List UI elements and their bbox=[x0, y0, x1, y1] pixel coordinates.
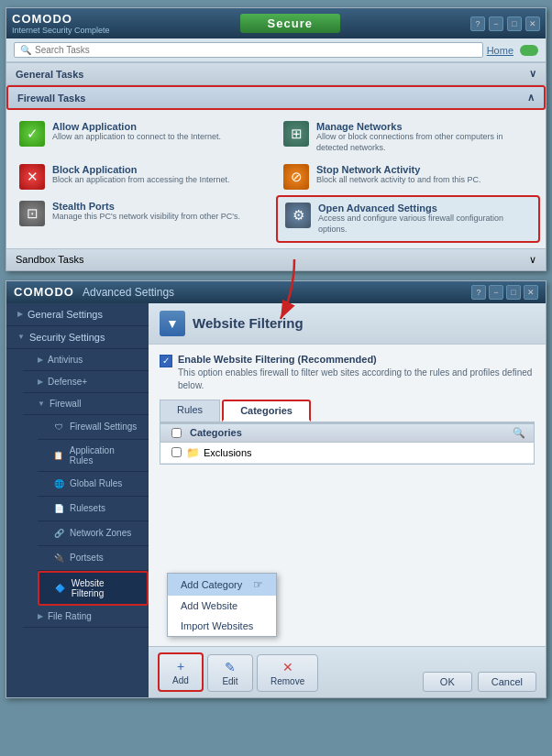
edit-button[interactable]: ✎ Edit bbox=[207, 654, 253, 692]
table-header-name: Categories bbox=[186, 427, 510, 438]
search-input[interactable] bbox=[35, 45, 477, 55]
manage-networks-item[interactable]: ⊞ Manage Networks Allow or block connect… bbox=[276, 115, 540, 159]
stealth-ports-icon: ⊡ bbox=[19, 201, 45, 226]
sidebar-item-defenseplus[interactable]: ▶ Defense+ bbox=[23, 371, 149, 393]
website-filtering-icon: 🔷 bbox=[54, 582, 67, 595]
general-tasks-chevron: ∨ bbox=[529, 68, 536, 80]
adv-logo-area: COMODO Advanced Settings bbox=[14, 285, 174, 299]
secure-badge: Secure bbox=[240, 14, 340, 33]
sidebar-item-general-settings[interactable]: ▶ General Settings bbox=[6, 303, 149, 326]
home-link[interactable]: Home bbox=[487, 45, 513, 56]
sandbox-tasks-chevron: ∨ bbox=[529, 254, 536, 266]
main-content: ▼ Website Filtering ✓ Enable Website Fil… bbox=[149, 303, 546, 697]
sidebar-item-website-filtering[interactable]: 🔷 Website Filtering bbox=[38, 571, 149, 606]
adv-minimize-button[interactable]: − bbox=[489, 285, 503, 300]
remove-button[interactable]: ✕ Remove bbox=[257, 654, 318, 692]
remove-icon: ✕ bbox=[282, 660, 293, 674]
action-buttons-right: OK Cancel bbox=[423, 672, 536, 692]
action-bar: Add Category ☞ Add Website Import Websit… bbox=[149, 646, 546, 697]
table-search-icon[interactable]: 🔍 bbox=[510, 427, 528, 439]
sandbox-tasks-label: Sandbox Tasks bbox=[16, 254, 83, 265]
block-application-desc: Block an application from accessing the … bbox=[52, 175, 230, 186]
sidebar-item-file-rating[interactable]: ▶ File Rating bbox=[23, 606, 149, 628]
folder-icon: 📁 bbox=[186, 446, 200, 459]
stealth-ports-item[interactable]: ⊡ Stealth Ports Manage this PC's network… bbox=[12, 195, 276, 242]
maximize-button[interactable]: □ bbox=[507, 16, 522, 31]
table-header-check bbox=[166, 428, 186, 438]
select-all-checkbox[interactable] bbox=[171, 428, 182, 438]
table-row[interactable]: 📁 Exclusions bbox=[160, 443, 534, 464]
allow-application-item[interactable]: ✓ Allow Application Allow an application… bbox=[12, 115, 276, 159]
ok-button[interactable]: OK bbox=[423, 672, 472, 692]
general-tasks-header[interactable]: General Tasks ∨ bbox=[6, 62, 546, 85]
filter-icon: ▼ bbox=[160, 311, 185, 336]
sidebar-item-portsets[interactable]: 🔌 Portsets bbox=[38, 546, 149, 571]
firewall-tasks-header[interactable]: Firewall Tasks ∧ bbox=[6, 85, 546, 110]
adv-maximize-button[interactable]: □ bbox=[506, 285, 521, 300]
close-button[interactable]: ✕ bbox=[525, 16, 540, 31]
exclusions-label: Exclusions bbox=[204, 447, 252, 458]
sidebar-item-global-rules[interactable]: 🌐 Global Rules bbox=[38, 472, 149, 497]
cancel-button[interactable]: Cancel bbox=[478, 672, 536, 692]
manage-networks-desc: Allow or block connections from other co… bbox=[316, 132, 533, 153]
dropdown-menu: Add Category ☞ Add Website Import Websit… bbox=[167, 573, 277, 637]
help-button[interactable]: ? bbox=[470, 16, 485, 31]
dropdown-import-websites[interactable]: Import Websites bbox=[168, 616, 276, 636]
sidebar-security-sub: ▶ Antivirus ▶ Defense+ ▼ Firewall 🛡 Fire… bbox=[6, 349, 149, 628]
general-settings-label: General Settings bbox=[28, 309, 103, 320]
top-titlebar: COMODO Internet Security Complete Secure… bbox=[6, 8, 546, 38]
adv-window-controls: ? − □ ✕ bbox=[471, 285, 538, 300]
sidebar-item-app-rules[interactable]: 📋 Application Rules bbox=[38, 440, 149, 472]
sidebar-item-rulesets[interactable]: 📄 Rulesets bbox=[38, 497, 149, 521]
manage-networks-text: Manage Networks Allow or block connectio… bbox=[316, 121, 533, 153]
adv-close-button[interactable]: ✕ bbox=[524, 285, 538, 300]
categories-table: Categories 🔍 📁 Exclusions bbox=[160, 423, 535, 465]
rulesets-icon: 📄 bbox=[52, 502, 65, 515]
top-logo-area: COMODO Internet Security Complete bbox=[12, 12, 110, 35]
window-controls: ? − □ ✕ bbox=[470, 16, 540, 31]
sidebar-item-firewall-settings[interactable]: 🛡 Firewall Settings bbox=[38, 415, 149, 440]
tab-categories[interactable]: Categories bbox=[222, 400, 311, 422]
enable-desc: This option enables firewall to filter w… bbox=[178, 367, 535, 392]
search-icon: 🔍 bbox=[20, 45, 31, 55]
sidebar-item-network-zones[interactable]: 🔗 Network Zones bbox=[38, 521, 149, 546]
allow-application-text: Allow Application Allow an application t… bbox=[52, 121, 221, 143]
sidebar-item-firewall[interactable]: ▼ Firewall bbox=[23, 393, 149, 415]
row-checkbox[interactable] bbox=[171, 447, 182, 457]
home-indicator bbox=[520, 45, 538, 56]
tabs-row: Rules Categories bbox=[160, 400, 535, 423]
stealth-ports-desc: Manage this PC's network visibility from… bbox=[52, 212, 240, 223]
main-header: ▼ Website Filtering bbox=[149, 303, 546, 345]
stealth-ports-text: Stealth Ports Manage this PC's network v… bbox=[52, 201, 240, 223]
sidebar-item-antivirus[interactable]: ▶ Antivirus bbox=[23, 349, 149, 371]
comodo-subtitle: Internet Security Complete bbox=[12, 26, 110, 35]
open-advanced-item[interactable]: ⚙ Open Advanced Settings Access and conf… bbox=[276, 195, 540, 242]
global-rules-icon: 🌐 bbox=[52, 477, 65, 490]
add-button[interactable]: + Add bbox=[158, 652, 204, 692]
top-panel: COMODO Internet Security Complete Secure… bbox=[6, 7, 546, 271]
add-icon: + bbox=[177, 659, 184, 674]
adv-settings-title: Advanced Settings bbox=[83, 286, 174, 299]
enable-text: Enable Website Filtering (Recommended) T… bbox=[178, 354, 535, 392]
stop-network-item[interactable]: ⊘ Stop Network Activity Block all networ… bbox=[276, 159, 540, 195]
tab-rules[interactable]: Rules bbox=[160, 400, 220, 422]
block-application-title: Block Application bbox=[52, 164, 230, 175]
dropdown-add-website[interactable]: Add Website bbox=[168, 596, 276, 616]
security-settings-arrow: ▼ bbox=[17, 333, 25, 341]
search-wrap: 🔍 bbox=[14, 42, 483, 58]
enable-checkbox[interactable]: ✓ bbox=[160, 355, 172, 367]
minimize-button[interactable]: − bbox=[489, 16, 503, 31]
block-application-icon: ✕ bbox=[19, 164, 45, 190]
stealth-ports-title: Stealth Ports bbox=[52, 201, 240, 212]
firewall-tasks-chevron: ∧ bbox=[527, 92, 535, 104]
enable-row: ✓ Enable Website Filtering (Recommended)… bbox=[160, 354, 535, 392]
sidebar-item-security-settings[interactable]: ▼ Security Settings bbox=[6, 326, 149, 349]
block-application-item[interactable]: ✕ Block Application Block an application… bbox=[12, 159, 276, 195]
stop-network-text: Stop Network Activity Block all network … bbox=[316, 164, 481, 186]
enable-label: Enable Website Filtering (Recommended) bbox=[178, 354, 535, 365]
open-advanced-icon: ⚙ bbox=[285, 203, 311, 228]
security-settings-label: Security Settings bbox=[29, 332, 105, 343]
open-advanced-desc: Access and configure various firewall co… bbox=[318, 214, 531, 235]
adv-help-button[interactable]: ? bbox=[471, 285, 486, 300]
dropdown-add-category[interactable]: Add Category ☞ bbox=[168, 574, 276, 596]
